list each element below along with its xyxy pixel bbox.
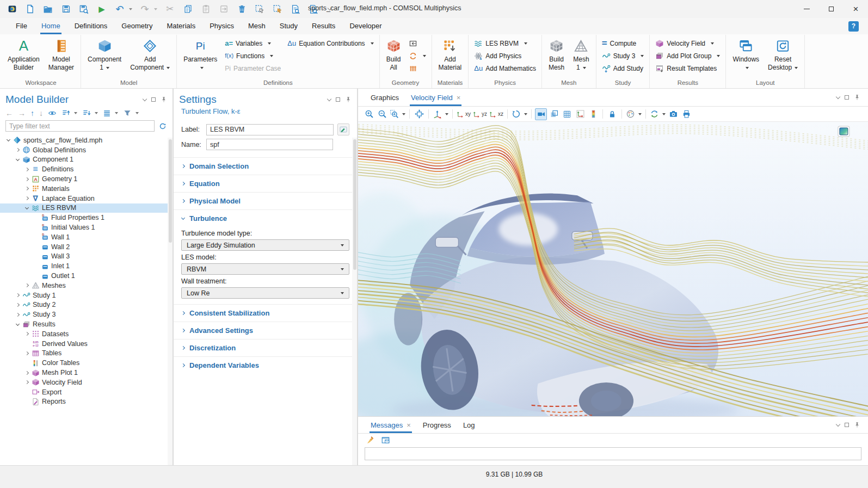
ribbon-button-build-mesh[interactable]: BuildMesh bbox=[545, 35, 568, 79]
tree-node-study-1[interactable]: Study 1 bbox=[0, 291, 173, 300]
panel-float-icon[interactable] bbox=[151, 97, 156, 102]
tree-node-derived-values[interactable]: Derived Values bbox=[0, 339, 173, 349]
model-tree-scrollbar[interactable] bbox=[168, 138, 173, 465]
ribbon-button-mesh-1[interactable]: Mesh1 bbox=[569, 35, 593, 79]
messages-output[interactable] bbox=[365, 447, 861, 460]
close-tab-icon[interactable]: × bbox=[407, 422, 411, 429]
tree-node-wall-2[interactable]: Wall 2 bbox=[0, 242, 173, 252]
refresh-icon[interactable] bbox=[158, 122, 167, 131]
ribbon-button-variables[interactable]: a=Variables bbox=[222, 38, 284, 49]
menu-item-geometry[interactable]: Geometry bbox=[114, 18, 159, 34]
section-domain-selection[interactable]: Domain Selection bbox=[174, 157, 357, 175]
view-xy-button[interactable]: xy bbox=[456, 108, 471, 120]
zoom-in-button[interactable] bbox=[363, 108, 375, 120]
panel-menu-icon[interactable] bbox=[836, 94, 840, 98]
ribbon-button-velocity-field[interactable]: Velocity Field bbox=[652, 38, 723, 49]
maximize-button[interactable] bbox=[819, 0, 844, 18]
panel-pin-icon[interactable] bbox=[161, 96, 167, 103]
tab-progress[interactable]: Progress bbox=[417, 417, 457, 433]
ribbon-button-result-templates[interactable]: Result Templates bbox=[652, 63, 723, 74]
close-tab-icon[interactable]: × bbox=[457, 94, 461, 101]
ribbon-button-rebuild[interactable] bbox=[406, 50, 429, 61]
section-dependent-variables[interactable]: Dependent Variables bbox=[174, 356, 357, 374]
minimize-button[interactable] bbox=[795, 0, 819, 18]
tree-node-study-2[interactable]: Study 2 bbox=[0, 300, 173, 310]
scene-light-button[interactable] bbox=[535, 108, 547, 120]
tree-node-initial-values-1[interactable]: Initial Values 1 bbox=[0, 223, 173, 232]
tab-messages[interactable]: Messages× bbox=[365, 417, 417, 433]
tree-node-meshes[interactable]: Meshes bbox=[0, 281, 173, 291]
show-options-button[interactable] bbox=[48, 109, 57, 118]
ribbon-button-import[interactable] bbox=[406, 38, 429, 49]
paste-into-button[interactable] bbox=[218, 4, 229, 15]
ribbon-button-fence[interactable] bbox=[406, 63, 429, 74]
ribbon-button-add-physics[interactable]: Add Physics bbox=[471, 50, 539, 61]
expand-icon[interactable] bbox=[24, 177, 28, 181]
label-field[interactable]: LES RBVM bbox=[206, 124, 334, 135]
redo-dropdown-icon[interactable] bbox=[154, 8, 157, 10]
cut-button[interactable]: ✂ bbox=[164, 4, 175, 15]
tree-node-inlet-1[interactable]: Inlet 1 bbox=[0, 261, 173, 271]
menu-item-materials[interactable]: Materials bbox=[159, 18, 202, 34]
view-yz-button[interactable]: yz bbox=[472, 108, 488, 120]
tree-node-global-definitions[interactable]: Global Definitions bbox=[0, 145, 173, 155]
collapse-icon[interactable] bbox=[6, 138, 10, 141]
menu-item-mesh[interactable]: Mesh bbox=[241, 18, 273, 34]
expand-icon[interactable] bbox=[24, 196, 28, 200]
ribbon-button-add-mathematics[interactable]: ΔuAdd Mathematics bbox=[471, 63, 539, 74]
name-field[interactable]: spf bbox=[206, 139, 333, 150]
collapse-icon[interactable] bbox=[24, 206, 28, 209]
save-as-button[interactable] bbox=[78, 4, 89, 15]
ribbon-button-windows[interactable]: Windows bbox=[729, 35, 763, 79]
tree-node-datasets[interactable]: Datasets bbox=[0, 329, 173, 339]
tree-node-laplace-equation[interactable]: ∇Laplace Equation bbox=[0, 194, 173, 203]
expand-icon[interactable] bbox=[15, 313, 19, 317]
section-physical-model[interactable]: Physical Model bbox=[174, 192, 357, 209]
undo-button[interactable]: ↶ bbox=[114, 4, 125, 15]
ribbon-button-add-material[interactable]: AddMaterial bbox=[435, 35, 466, 79]
ribbon-button-reset-desktop[interactable]: ResetDesktop bbox=[764, 35, 802, 79]
undo-dropdown-icon[interactable] bbox=[129, 8, 132, 10]
tree-node-velocity-field[interactable]: Velocity Field bbox=[0, 378, 173, 387]
expand-icon[interactable] bbox=[24, 187, 28, 190]
open-file-button[interactable] bbox=[42, 4, 53, 15]
tree-node-export[interactable]: Export bbox=[0, 387, 173, 397]
ribbon-button-parameter-case[interactable]: PiParameter Case bbox=[222, 63, 284, 74]
redo-button[interactable]: ↷ bbox=[139, 4, 150, 15]
copy-button[interactable] bbox=[182, 4, 193, 15]
tree-node-materials[interactable]: Materials bbox=[0, 184, 173, 194]
tree-node-wall-1[interactable]: Wall 1 bbox=[0, 232, 173, 242]
tree-node-mesh-plot-1[interactable]: Mesh Plot 1 bbox=[0, 368, 173, 378]
menu-item-home[interactable]: Home bbox=[34, 18, 67, 34]
panel-float-icon[interactable] bbox=[845, 423, 849, 427]
tree-node-results[interactable]: Results bbox=[0, 319, 173, 329]
ribbon-button-compute[interactable]: =Compute bbox=[599, 38, 647, 49]
tree-node-fluid-properties-1[interactable]: Fluid Properties 1 bbox=[0, 213, 173, 223]
tree-node-component-1[interactable]: Component 1 bbox=[0, 155, 173, 165]
select-les-model[interactable]: RBVM bbox=[181, 263, 349, 275]
lock-view-button[interactable] bbox=[606, 108, 618, 120]
section-discretization[interactable]: Discretization bbox=[174, 339, 357, 356]
transparency-button[interactable] bbox=[548, 108, 560, 120]
panel-menu-icon[interactable] bbox=[327, 96, 331, 101]
expand-icon[interactable] bbox=[24, 351, 28, 355]
tab-graphics[interactable]: Graphics bbox=[365, 89, 405, 106]
menu-item-file[interactable]: File bbox=[9, 18, 34, 34]
menu-item-physics[interactable]: Physics bbox=[202, 18, 241, 34]
menu-item-results[interactable]: Results bbox=[305, 18, 342, 34]
expand-icon[interactable] bbox=[24, 283, 28, 287]
snapshot-button[interactable] bbox=[667, 108, 679, 120]
tree-node-sports-car-flow-field-mph[interactable]: sports_car_flow_field.mph bbox=[0, 135, 173, 145]
clear-messages-button[interactable] bbox=[366, 436, 375, 445]
section-turbulence[interactable]: Turbulence bbox=[174, 209, 357, 227]
section-advanced-settings[interactable]: Advanced Settings bbox=[174, 322, 357, 339]
ribbon-button-application-builder[interactable]: AApplicationBuilder bbox=[4, 35, 44, 79]
select-box-button[interactable] bbox=[254, 4, 265, 15]
tree-node-tables[interactable]: Tables bbox=[0, 349, 173, 359]
expand-icon[interactable] bbox=[15, 303, 19, 307]
tree-node-wall-3[interactable]: Wall 3 bbox=[0, 252, 173, 262]
select-turbulence-model-type[interactable]: Large Eddy Simulation bbox=[181, 239, 349, 251]
show-axes-button[interactable] bbox=[574, 108, 586, 120]
tree-node-study-3[interactable]: Study 3 bbox=[0, 310, 173, 319]
expand-icon[interactable] bbox=[24, 332, 28, 336]
